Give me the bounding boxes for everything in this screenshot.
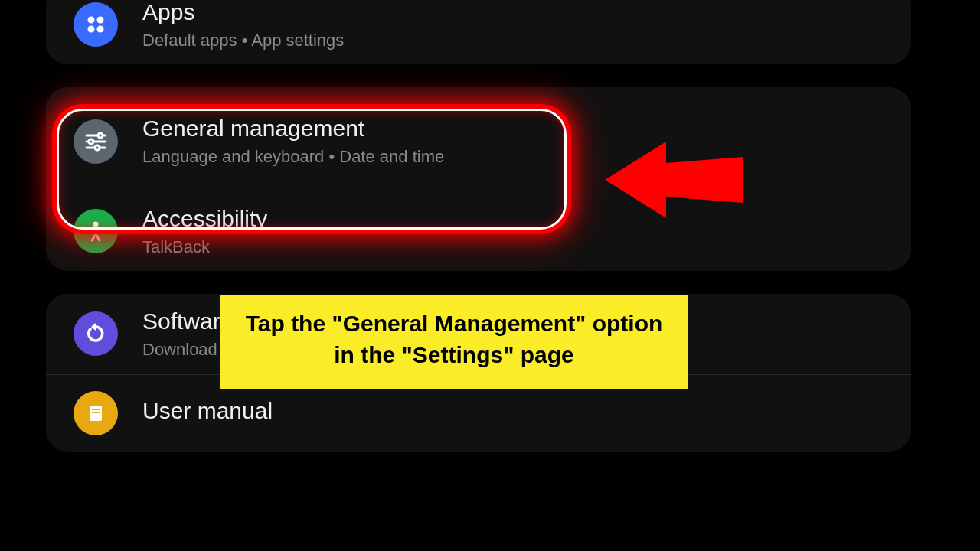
item-subtitle: TalkBack	[142, 237, 267, 257]
item-text: Apps Default apps • App settings	[142, 0, 344, 51]
settings-item-accessibility[interactable]: Accessibility TalkBack	[46, 191, 911, 271]
settings-list: Apps Default apps • App settings General…	[46, 0, 911, 474]
svg-rect-13	[92, 412, 100, 413]
svg-point-5	[98, 133, 103, 138]
svg-point-1	[97, 17, 104, 24]
settings-item-apps[interactable]: Apps Default apps • App settings	[46, 0, 911, 64]
settings-group-info: Software update Download and install Use…	[46, 294, 911, 451]
accessibility-icon	[74, 209, 118, 253]
settings-item-general-management[interactable]: General management Language and keyboard…	[46, 87, 911, 191]
item-title: Apps	[142, 0, 344, 26]
item-title: Accessibility	[142, 205, 267, 233]
item-subtitle: Language and keyboard • Date and time	[142, 147, 444, 167]
settings-item-user-manual[interactable]: User manual	[46, 375, 911, 452]
item-title: User manual	[142, 397, 273, 425]
settings-item-software-update[interactable]: Software update Download and install	[46, 294, 911, 374]
item-text: Software update Download and install	[142, 308, 309, 360]
sliders-icon	[74, 119, 118, 164]
svg-rect-12	[92, 409, 100, 410]
svg-point-9	[95, 145, 100, 150]
apps-icon	[74, 2, 118, 47]
settings-group-system: General management Language and keyboard…	[46, 87, 911, 271]
settings-group-apps: Apps Default apps • App settings	[46, 0, 911, 64]
item-title: Software update	[142, 308, 309, 335]
item-title: General management	[142, 115, 444, 142]
item-text: User manual	[142, 397, 273, 429]
svg-point-3	[97, 26, 104, 33]
book-icon	[74, 391, 118, 435]
item-text: Accessibility TalkBack	[142, 205, 267, 257]
svg-point-7	[89, 139, 93, 144]
item-subtitle: Default apps • App settings	[142, 31, 344, 51]
refresh-icon	[74, 311, 118, 356]
svg-point-2	[88, 26, 95, 33]
item-subtitle: Download and install	[142, 340, 309, 360]
item-text: General management Language and keyboard…	[142, 115, 444, 167]
svg-point-0	[88, 17, 95, 24]
